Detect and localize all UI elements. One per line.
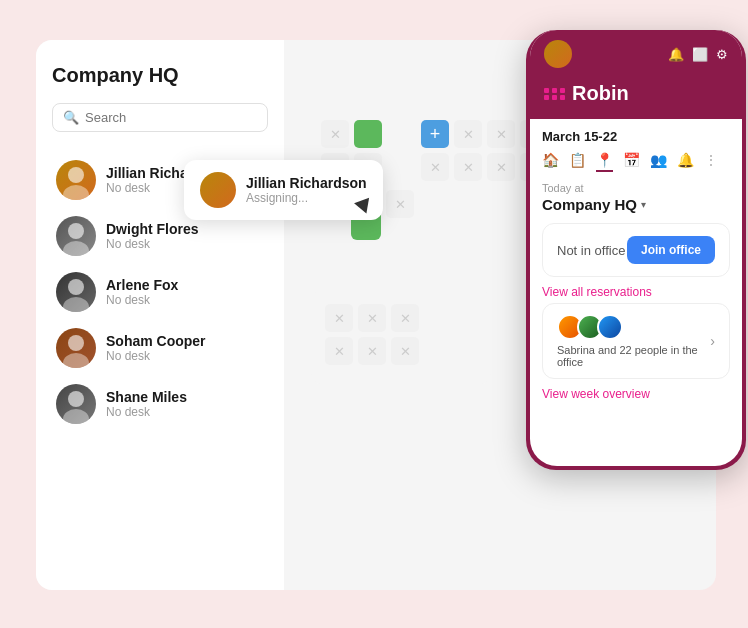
seat-cell[interactable]: ✕ xyxy=(487,153,515,181)
person-info-dwight: Dwight Flores No desk xyxy=(106,221,199,251)
seat-cell[interactable]: ✕ xyxy=(321,120,349,148)
phone-screen: 🔔 ⬜ ⚙ Robin March 15-22 xyxy=(530,30,742,466)
people-info-row: Sabrina and 22 people in the office › xyxy=(557,314,715,368)
avatar-soham xyxy=(56,328,96,368)
person-name-dwight: Dwight Flores xyxy=(106,221,199,237)
day-icon-more[interactable]: ⋮ xyxy=(704,152,718,172)
robin-dot xyxy=(560,88,565,93)
assignment-tooltip: Jillian Richardson Assigning... xyxy=(184,160,383,220)
people-left: Sabrina and 22 people in the office xyxy=(557,314,710,368)
person-status-arlene: No desk xyxy=(106,293,178,307)
robin-logo-text: Robin xyxy=(572,82,629,105)
location-row[interactable]: Company HQ ▾ xyxy=(542,196,730,213)
day-icon-cal[interactable]: 📅 xyxy=(623,152,640,172)
people-count-text: Sabrina and 22 people in the office xyxy=(557,344,710,368)
day-icon-people[interactable]: 👥 xyxy=(650,152,667,172)
phone-status-bar: 🔔 ⬜ ⚙ xyxy=(530,30,742,76)
tooltip-status: Assigning... xyxy=(246,191,367,205)
svg-point-3 xyxy=(63,241,89,256)
speaker-icon[interactable]: 🔔 xyxy=(668,47,684,62)
floor-section-bottom: ✕ ✕ ✕ ✕ ✕ ✕ xyxy=(311,290,491,384)
avatar-dwight xyxy=(56,216,96,256)
seat-cell[interactable]: ✕ xyxy=(454,120,482,148)
person-name-soham: Soham Cooper xyxy=(106,333,206,349)
svg-point-5 xyxy=(63,297,89,312)
avatar-arlene xyxy=(56,272,96,312)
mini-avatar-3 xyxy=(597,314,623,340)
search-bar[interactable]: 🔍 xyxy=(52,103,268,132)
today-label: Today at xyxy=(542,182,730,194)
status-card: Not in office Join office xyxy=(542,223,730,277)
calendar-icon[interactable]: ⬜ xyxy=(692,47,708,62)
office-status: Not in office xyxy=(557,243,625,258)
day-icon-active[interactable]: 📍 xyxy=(596,152,613,172)
seat-cell[interactable]: ✕ xyxy=(454,153,482,181)
person-status-dwight: No desk xyxy=(106,237,199,251)
seat-cell[interactable]: ✕ xyxy=(391,304,419,332)
day-icon-home[interactable]: 🏠 xyxy=(542,152,559,172)
add-seat-button[interactable]: + xyxy=(421,120,449,148)
chevron-down-icon[interactable]: ▾ xyxy=(641,199,646,210)
person-item-soham[interactable]: Soham Cooper No desk xyxy=(52,320,268,376)
phone-date-header: March 15-22 xyxy=(542,129,730,144)
person-info-soham: Soham Cooper No desk xyxy=(106,333,206,363)
search-input[interactable] xyxy=(85,110,257,125)
avatar-shane xyxy=(56,384,96,424)
person-info-shane: Shane Miles No desk xyxy=(106,389,187,419)
person-name-shane: Shane Miles xyxy=(106,389,187,405)
svg-point-6 xyxy=(68,335,84,351)
person-item-shane[interactable]: Shane Miles No desk xyxy=(52,376,268,432)
mini-avatars xyxy=(557,314,710,340)
search-icon: 🔍 xyxy=(63,110,79,125)
join-office-button[interactable]: Join office xyxy=(627,236,715,264)
people-card: Sabrina and 22 people in the office › xyxy=(542,303,730,379)
seat-cell[interactable]: ✕ xyxy=(325,337,353,365)
svg-point-7 xyxy=(63,353,89,368)
view-reservations-link[interactable]: View all reservations xyxy=(542,285,730,299)
tooltip-name: Jillian Richardson xyxy=(246,175,367,191)
location-name: Company HQ xyxy=(542,196,637,213)
robin-dot xyxy=(544,88,549,93)
robin-dot xyxy=(560,95,565,100)
view-week-link[interactable]: View week overview xyxy=(542,387,730,401)
phone-content-area: March 15-22 🏠 📋 📍 📅 👥 🔔 ⋮ Today at Compa… xyxy=(530,119,742,411)
day-icon-bell[interactable]: 🔔 xyxy=(677,152,694,172)
phone-mockup: 🔔 ⬜ ⚙ Robin March 15-22 xyxy=(526,30,746,470)
robin-logo-dots xyxy=(544,88,566,100)
svg-point-2 xyxy=(68,223,84,239)
person-status-shane: No desk xyxy=(106,405,187,419)
robin-dot xyxy=(544,95,549,100)
robin-dot xyxy=(552,95,557,100)
seat-cell[interactable]: ✕ xyxy=(358,337,386,365)
sidebar: Company HQ 🔍 Jillian Richardson No desk xyxy=(36,40,284,590)
person-name-arlene: Arlene Fox xyxy=(106,277,178,293)
tooltip-avatar xyxy=(200,172,236,208)
seat-cell[interactable]: ✕ xyxy=(421,153,449,181)
day-tabs[interactable]: 🏠 📋 📍 📅 👥 🔔 ⋮ xyxy=(542,152,730,172)
chevron-right-icon[interactable]: › xyxy=(710,333,715,349)
svg-point-8 xyxy=(68,391,84,407)
seat-cell[interactable]: ✕ xyxy=(358,304,386,332)
avatar-jillian xyxy=(56,160,96,200)
seat-cell[interactable]: ✕ xyxy=(391,337,419,365)
svg-point-1 xyxy=(63,185,89,200)
seat-cell[interactable]: ✕ xyxy=(325,304,353,332)
seat-cell[interactable]: ✕ xyxy=(386,190,414,218)
svg-point-0 xyxy=(68,167,84,183)
svg-point-9 xyxy=(63,409,89,424)
day-icon-list[interactable]: 📋 xyxy=(569,152,586,172)
svg-point-4 xyxy=(68,279,84,295)
seat-cell-green[interactable] xyxy=(354,120,382,148)
person-info-arlene: Arlene Fox No desk xyxy=(106,277,178,307)
main-card: Company HQ 🔍 Jillian Richardson No desk xyxy=(36,40,716,590)
phone-user-avatar xyxy=(544,40,572,68)
person-status-soham: No desk xyxy=(106,349,206,363)
floor-plan: ✕ ✕ ✕ ✕ + ✕ ✕ ✕ ✕ ✕ ✕ ✕ xyxy=(301,90,501,430)
person-item-arlene[interactable]: Arlene Fox No desk xyxy=(52,264,268,320)
robin-dot xyxy=(552,88,557,93)
robin-logo-bar: Robin xyxy=(530,76,742,119)
phone-icon-bar: 🔔 ⬜ ⚙ xyxy=(668,47,728,62)
seat-cell[interactable]: ✕ xyxy=(487,120,515,148)
gear-icon[interactable]: ⚙ xyxy=(716,47,728,62)
sidebar-title: Company HQ xyxy=(52,64,268,87)
